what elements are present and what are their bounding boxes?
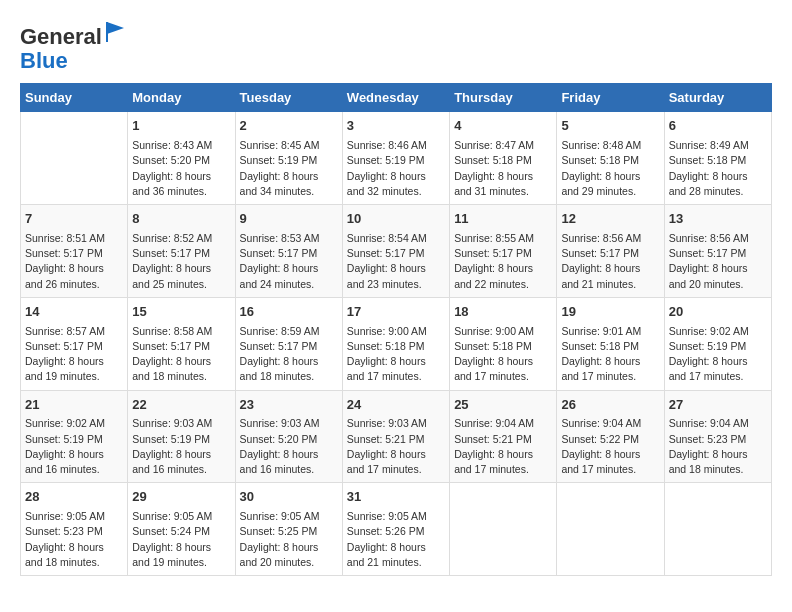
day-info: Sunrise: 9:03 AMSunset: 5:19 PMDaylight:… [132, 416, 230, 477]
day-number: 23 [240, 396, 338, 415]
calendar-cell: 3Sunrise: 8:46 AMSunset: 5:19 PMDaylight… [342, 112, 449, 205]
day-info: Sunrise: 9:05 AMSunset: 5:24 PMDaylight:… [132, 509, 230, 570]
day-number: 10 [347, 210, 445, 229]
logo-flag-icon [104, 20, 128, 44]
header-day: Saturday [664, 84, 771, 112]
calendar-cell: 21Sunrise: 9:02 AMSunset: 5:19 PMDayligh… [21, 390, 128, 483]
day-info: Sunrise: 9:02 AMSunset: 5:19 PMDaylight:… [25, 416, 123, 477]
calendar-cell: 7Sunrise: 8:51 AMSunset: 5:17 PMDaylight… [21, 205, 128, 298]
day-number: 7 [25, 210, 123, 229]
header-row: SundayMondayTuesdayWednesdayThursdayFrid… [21, 84, 772, 112]
calendar-cell: 2Sunrise: 8:45 AMSunset: 5:19 PMDaylight… [235, 112, 342, 205]
calendar-cell: 16Sunrise: 8:59 AMSunset: 5:17 PMDayligh… [235, 297, 342, 390]
day-info: Sunrise: 9:03 AMSunset: 5:21 PMDaylight:… [347, 416, 445, 477]
day-info: Sunrise: 8:59 AMSunset: 5:17 PMDaylight:… [240, 324, 338, 385]
day-number: 8 [132, 210, 230, 229]
calendar-cell: 8Sunrise: 8:52 AMSunset: 5:17 PMDaylight… [128, 205, 235, 298]
svg-marker-0 [107, 22, 124, 34]
calendar-cell [21, 112, 128, 205]
day-number: 17 [347, 303, 445, 322]
logo-general-text: General [20, 24, 102, 49]
day-info: Sunrise: 8:43 AMSunset: 5:20 PMDaylight:… [132, 138, 230, 199]
calendar-week-row: 28Sunrise: 9:05 AMSunset: 5:23 PMDayligh… [21, 483, 772, 576]
day-info: Sunrise: 8:54 AMSunset: 5:17 PMDaylight:… [347, 231, 445, 292]
day-number: 22 [132, 396, 230, 415]
day-number: 31 [347, 488, 445, 507]
calendar-cell: 24Sunrise: 9:03 AMSunset: 5:21 PMDayligh… [342, 390, 449, 483]
calendar-cell: 25Sunrise: 9:04 AMSunset: 5:21 PMDayligh… [450, 390, 557, 483]
day-info: Sunrise: 9:05 AMSunset: 5:26 PMDaylight:… [347, 509, 445, 570]
day-info: Sunrise: 8:46 AMSunset: 5:19 PMDaylight:… [347, 138, 445, 199]
day-info: Sunrise: 8:53 AMSunset: 5:17 PMDaylight:… [240, 231, 338, 292]
calendar-cell: 1Sunrise: 8:43 AMSunset: 5:20 PMDaylight… [128, 112, 235, 205]
day-number: 28 [25, 488, 123, 507]
day-info: Sunrise: 9:05 AMSunset: 5:25 PMDaylight:… [240, 509, 338, 570]
day-info: Sunrise: 8:56 AMSunset: 5:17 PMDaylight:… [669, 231, 767, 292]
day-number: 12 [561, 210, 659, 229]
day-number: 25 [454, 396, 552, 415]
day-number: 27 [669, 396, 767, 415]
day-info: Sunrise: 8:56 AMSunset: 5:17 PMDaylight:… [561, 231, 659, 292]
day-info: Sunrise: 8:45 AMSunset: 5:19 PMDaylight:… [240, 138, 338, 199]
day-number: 30 [240, 488, 338, 507]
page-header: General Blue [20, 20, 772, 73]
day-number: 29 [132, 488, 230, 507]
day-info: Sunrise: 8:55 AMSunset: 5:17 PMDaylight:… [454, 231, 552, 292]
calendar-cell: 13Sunrise: 8:56 AMSunset: 5:17 PMDayligh… [664, 205, 771, 298]
day-number: 9 [240, 210, 338, 229]
day-info: Sunrise: 9:01 AMSunset: 5:18 PMDaylight:… [561, 324, 659, 385]
day-info: Sunrise: 8:51 AMSunset: 5:17 PMDaylight:… [25, 231, 123, 292]
svg-rect-1 [106, 22, 108, 42]
day-number: 26 [561, 396, 659, 415]
calendar-cell: 29Sunrise: 9:05 AMSunset: 5:24 PMDayligh… [128, 483, 235, 576]
calendar-week-row: 21Sunrise: 9:02 AMSunset: 5:19 PMDayligh… [21, 390, 772, 483]
day-info: Sunrise: 8:49 AMSunset: 5:18 PMDaylight:… [669, 138, 767, 199]
day-info: Sunrise: 9:04 AMSunset: 5:21 PMDaylight:… [454, 416, 552, 477]
logo-blue-text: Blue [20, 48, 68, 73]
calendar-cell: 4Sunrise: 8:47 AMSunset: 5:18 PMDaylight… [450, 112, 557, 205]
calendar-cell: 10Sunrise: 8:54 AMSunset: 5:17 PMDayligh… [342, 205, 449, 298]
calendar-week-row: 7Sunrise: 8:51 AMSunset: 5:17 PMDaylight… [21, 205, 772, 298]
day-number: 6 [669, 117, 767, 136]
calendar-cell [450, 483, 557, 576]
day-info: Sunrise: 9:05 AMSunset: 5:23 PMDaylight:… [25, 509, 123, 570]
calendar-cell: 9Sunrise: 8:53 AMSunset: 5:17 PMDaylight… [235, 205, 342, 298]
day-info: Sunrise: 8:52 AMSunset: 5:17 PMDaylight:… [132, 231, 230, 292]
day-info: Sunrise: 8:47 AMSunset: 5:18 PMDaylight:… [454, 138, 552, 199]
day-number: 20 [669, 303, 767, 322]
calendar-cell: 28Sunrise: 9:05 AMSunset: 5:23 PMDayligh… [21, 483, 128, 576]
day-info: Sunrise: 9:00 AMSunset: 5:18 PMDaylight:… [454, 324, 552, 385]
day-number: 14 [25, 303, 123, 322]
header-day: Friday [557, 84, 664, 112]
day-number: 4 [454, 117, 552, 136]
day-number: 3 [347, 117, 445, 136]
header-day: Wednesday [342, 84, 449, 112]
calendar-cell: 5Sunrise: 8:48 AMSunset: 5:18 PMDaylight… [557, 112, 664, 205]
calendar-cell [557, 483, 664, 576]
day-number: 18 [454, 303, 552, 322]
day-number: 19 [561, 303, 659, 322]
calendar-cell: 14Sunrise: 8:57 AMSunset: 5:17 PMDayligh… [21, 297, 128, 390]
calendar-cell: 22Sunrise: 9:03 AMSunset: 5:19 PMDayligh… [128, 390, 235, 483]
day-number: 21 [25, 396, 123, 415]
logo: General Blue [20, 20, 128, 73]
calendar-cell: 27Sunrise: 9:04 AMSunset: 5:23 PMDayligh… [664, 390, 771, 483]
calendar-header: SundayMondayTuesdayWednesdayThursdayFrid… [21, 84, 772, 112]
day-number: 1 [132, 117, 230, 136]
calendar-cell: 17Sunrise: 9:00 AMSunset: 5:18 PMDayligh… [342, 297, 449, 390]
calendar-cell: 23Sunrise: 9:03 AMSunset: 5:20 PMDayligh… [235, 390, 342, 483]
day-info: Sunrise: 9:04 AMSunset: 5:23 PMDaylight:… [669, 416, 767, 477]
calendar-week-row: 1Sunrise: 8:43 AMSunset: 5:20 PMDaylight… [21, 112, 772, 205]
calendar-body: 1Sunrise: 8:43 AMSunset: 5:20 PMDaylight… [21, 112, 772, 576]
calendar-week-row: 14Sunrise: 8:57 AMSunset: 5:17 PMDayligh… [21, 297, 772, 390]
day-number: 5 [561, 117, 659, 136]
calendar-cell: 15Sunrise: 8:58 AMSunset: 5:17 PMDayligh… [128, 297, 235, 390]
day-info: Sunrise: 8:48 AMSunset: 5:18 PMDaylight:… [561, 138, 659, 199]
calendar-cell: 12Sunrise: 8:56 AMSunset: 5:17 PMDayligh… [557, 205, 664, 298]
calendar-cell: 31Sunrise: 9:05 AMSunset: 5:26 PMDayligh… [342, 483, 449, 576]
day-info: Sunrise: 9:02 AMSunset: 5:19 PMDaylight:… [669, 324, 767, 385]
day-number: 24 [347, 396, 445, 415]
calendar-cell: 11Sunrise: 8:55 AMSunset: 5:17 PMDayligh… [450, 205, 557, 298]
calendar-cell [664, 483, 771, 576]
calendar-table: SundayMondayTuesdayWednesdayThursdayFrid… [20, 83, 772, 576]
